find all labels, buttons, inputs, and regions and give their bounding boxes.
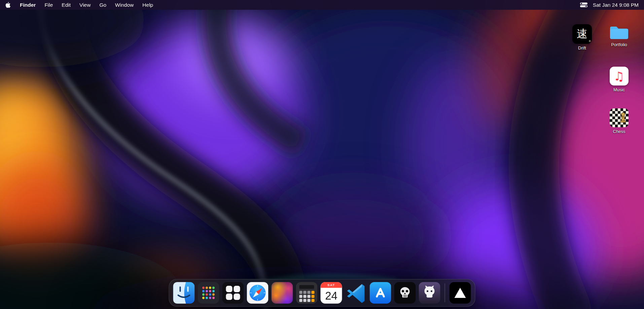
wallpaper (0, 0, 644, 309)
menu-clock[interactable]: Sat Jan 24 9:08 PM (593, 2, 639, 8)
abstract-art-icon (272, 282, 293, 304)
calendar-day: 24 (321, 288, 342, 304)
safari-compass-icon (247, 282, 269, 304)
calendar-icon: SAT 24 (321, 282, 342, 304)
dock-divider (445, 283, 445, 302)
dock-item-vercel[interactable] (450, 282, 471, 304)
dock-item-window-grid[interactable] (222, 282, 244, 304)
desktop-icon-label: Portfolio (611, 42, 627, 47)
drift-app-icon: 速 ® (572, 24, 592, 44)
control-center-icon[interactable] (580, 2, 588, 7)
dock-item-calendar[interactable]: SAT 24 (321, 282, 342, 304)
chessboard-pawn-icon (610, 108, 629, 127)
desktop-icon-portfolio[interactable]: Portfolio (603, 24, 635, 47)
menu-bar: Finder File Edit View Go Window Help Sat… (0, 0, 644, 10)
dock-item-vscode[interactable] (345, 282, 367, 304)
dock-item-skull[interactable] (394, 282, 416, 304)
desktop-icon-drift[interactable]: 速 ® Drift (566, 24, 598, 50)
drift-glyph: 速 (577, 27, 587, 41)
apple-menu[interactable] (5, 2, 10, 8)
menu-window[interactable]: Window (115, 2, 134, 8)
window-grid-icon (222, 282, 244, 304)
finder-icon (173, 282, 195, 304)
vercel-triangle-icon (450, 282, 471, 304)
active-app-name[interactable]: Finder (20, 2, 36, 8)
menu-go[interactable]: Go (99, 2, 106, 8)
dock-item-github[interactable] (419, 282, 440, 304)
control-center-glyph (580, 2, 588, 7)
desktop-screen: Finder File Edit View Go Window Help Sat… (0, 0, 644, 309)
desktop-icon-label: Chess (613, 129, 625, 134)
apple-logo-icon (5, 2, 10, 8)
skull-app-icon (394, 282, 416, 304)
menu-view[interactable]: View (79, 2, 91, 8)
calculator-icon (296, 282, 318, 304)
calendar-weekday: SAT (321, 282, 342, 288)
desktop-icon-music[interactable]: ♫ Music (603, 67, 635, 92)
app-store-icon (370, 282, 391, 304)
menu-help[interactable]: Help (142, 2, 153, 8)
dock-item-launchpad[interactable] (198, 282, 219, 304)
github-octocat-icon (419, 282, 440, 304)
launchpad-icon (198, 282, 219, 304)
music-note-icon: ♫ (610, 67, 629, 85)
desktop-icon-label: Music (613, 87, 625, 92)
vscode-icon (345, 282, 367, 304)
svg-text:♫: ♫ (614, 69, 624, 83)
dock: SAT 24 (169, 279, 475, 307)
dock-item-calculator[interactable] (296, 282, 318, 304)
dock-item-safari[interactable] (247, 282, 269, 304)
desktop-icon-chess[interactable]: Chess (603, 108, 635, 134)
dock-item-app-store[interactable] (370, 282, 391, 304)
dock-item-abstract-art[interactable] (272, 282, 293, 304)
blue-folder-icon (609, 24, 629, 40)
registered-mark: ® (589, 40, 591, 43)
menu-edit[interactable]: Edit (62, 2, 71, 8)
menu-file[interactable]: File (44, 2, 53, 8)
dock-item-finder[interactable] (173, 282, 195, 304)
music-note-glyph: ♫ (610, 67, 629, 85)
desktop-icon-label: Drift (578, 45, 586, 50)
